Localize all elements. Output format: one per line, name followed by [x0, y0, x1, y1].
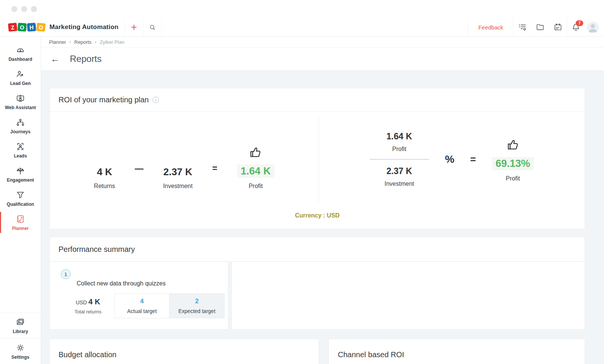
- roi-equations: 4 K Returns — 2.37 K Investment =: [50, 112, 585, 207]
- equals-operator: =: [470, 154, 476, 165]
- roi-percentage-equation: 1.64 K Profit 2.37 K Investment % =: [319, 112, 585, 207]
- currency-note: Currency : USD: [50, 207, 585, 229]
- roi-result-label: Profit: [492, 175, 534, 182]
- investment-value: 2.37 K: [163, 166, 193, 178]
- header-actions: Feedback: [468, 18, 604, 37]
- sidebar-item-label: Planner: [12, 226, 29, 231]
- sidebar-item-label: Lead Gen: [10, 81, 31, 86]
- performance-step-panel: 1 Collect new data through quizzes USD4 …: [49, 262, 228, 330]
- folder-button[interactable]: [531, 18, 549, 37]
- divider: [162, 18, 162, 37]
- performance-summary-title: Performance summary: [50, 237, 585, 261]
- equals-operator: =: [212, 163, 217, 174]
- breadcrumb-reports[interactable]: Reports: [74, 39, 92, 45]
- calendar-button[interactable]: [549, 18, 567, 37]
- feedback-link[interactable]: Feedback: [468, 24, 513, 31]
- window-title-bar: [0, 0, 604, 18]
- step-stats: USD4 K Total returns 4 Actual target 2 E…: [61, 293, 228, 318]
- sidebar-item-library[interactable]: Library: [0, 313, 41, 338]
- logo-letter: O: [36, 23, 46, 32]
- notification-count-badge: 7: [576, 20, 583, 26]
- info-icon[interactable]: i: [153, 97, 159, 103]
- sidebar-item-settings[interactable]: Settings: [0, 338, 41, 364]
- calendar-icon: [553, 23, 562, 32]
- breadcrumb-current: Zylker Plan: [100, 39, 124, 45]
- thumbs-up-icon: [237, 145, 275, 161]
- sidebar-item-journeys[interactable]: Journeys: [0, 114, 41, 138]
- fraction-line: [370, 159, 429, 160]
- roi-card-header: ROI of your marketing plan i: [50, 88, 585, 112]
- sidebar-item-dashboard[interactable]: Dashboard: [0, 41, 41, 65]
- profit-value: 1.64 K: [237, 165, 275, 178]
- search-button[interactable]: [143, 18, 162, 37]
- sidebar-item-label: Settings: [11, 355, 29, 360]
- person-trend-icon: [15, 69, 25, 79]
- flow-tree-icon: [15, 117, 25, 127]
- window-zoom-button[interactable]: [31, 6, 37, 12]
- breadcrumb-separator: ›: [95, 39, 96, 45]
- sidebar-item-lead-gen[interactable]: Lead Gen: [0, 65, 41, 89]
- returns-label: Returns: [94, 183, 115, 190]
- back-button[interactable]: ←: [51, 54, 60, 63]
- actual-target-value: 4: [140, 298, 143, 305]
- zoho-logo[interactable]: Z O H O: [8, 23, 45, 31]
- person-frame-icon: [15, 142, 25, 151]
- expected-target-box: 2 Expected target: [169, 293, 225, 318]
- denominator-label: Investment: [370, 180, 429, 187]
- numerator-value: 1.64 K: [370, 131, 429, 142]
- divider: [319, 115, 319, 203]
- main-content: Planner › Reports › Zylker Plan ← Report…: [41, 37, 604, 364]
- total-returns-label: Total returns: [67, 309, 109, 315]
- step-name: Collect new data through quizzes: [77, 280, 228, 287]
- minus-operator: —: [135, 163, 143, 174]
- window-close-button[interactable]: [11, 6, 17, 12]
- sidebar-item-label: Qualification: [7, 202, 34, 207]
- funnel-icon: [15, 190, 25, 200]
- page-title: Reports: [70, 54, 102, 64]
- breadcrumb-separator: ›: [69, 39, 71, 45]
- sidebar-item-leads[interactable]: Leads: [0, 138, 41, 162]
- create-new-button[interactable]: +: [125, 18, 143, 37]
- actual-target-label: Actual target: [127, 308, 157, 314]
- smart-list-button[interactable]: [513, 18, 531, 37]
- page-header: ← Reports: [41, 48, 604, 70]
- step-number-badge: 1: [61, 269, 71, 279]
- app-title: Marketing Automation: [49, 23, 119, 31]
- spark-branches-icon: [15, 166, 25, 176]
- sidebar-item-label: Engagement: [7, 177, 34, 183]
- performance-summary-header: Performance summary: [49, 237, 585, 262]
- total-returns-value: 4 K: [88, 298, 100, 306]
- roi-result-value: 69.13%: [492, 157, 534, 170]
- logo-letter: Z: [8, 23, 17, 32]
- sidebar-item-web-assistant[interactable]: Web Assistant: [0, 89, 41, 114]
- performance-empty-panel: [231, 262, 585, 330]
- sidebar-item-planner[interactable]: Planner: [0, 210, 41, 234]
- profit-term: 1.64 K Profit: [237, 145, 275, 190]
- breadcrumb-planner[interactable]: Planner: [49, 39, 66, 45]
- roi-card-title: ROI of your marketing plan: [59, 96, 149, 104]
- roi-result-term: 69.13% Profit: [492, 137, 534, 182]
- page-body: ROI of your marketing plan i 4 K Returns…: [41, 70, 604, 364]
- profit-label: Profit: [237, 183, 275, 190]
- actual-target-box: 4 Actual target: [114, 293, 169, 318]
- monitor-person-icon: [15, 93, 25, 103]
- sidebar-item-engagement[interactable]: Engagement: [0, 162, 41, 186]
- person-icon: [587, 22, 599, 33]
- channel-roi-card: Channel based ROI: [328, 339, 585, 364]
- investment-term: 2.37 K Investment: [163, 166, 193, 190]
- channel-roi-title: Channel based ROI: [338, 350, 404, 359]
- investment-label: Investment: [163, 183, 193, 190]
- notifications-button[interactable]: 7: [567, 18, 585, 37]
- gear-icon: [15, 343, 25, 353]
- returns-term: 4 K Returns: [94, 166, 115, 190]
- sidebar-item-qualification[interactable]: Qualification: [0, 186, 41, 210]
- user-avatar[interactable]: [587, 22, 599, 33]
- bottom-cards-row: Budget allocation Channel based ROI: [49, 339, 585, 364]
- performance-summary-body: 1 Collect new data through quizzes USD4 …: [49, 262, 585, 330]
- app-header: Z O H O Marketing Automation + Feedback: [0, 18, 604, 37]
- expected-target-label: Expected target: [178, 308, 215, 314]
- window-minimize-button[interactable]: [21, 6, 27, 12]
- expected-target-value: 2: [195, 298, 199, 305]
- budget-allocation-card: Budget allocation: [49, 339, 319, 364]
- logo-letter: O: [17, 23, 26, 32]
